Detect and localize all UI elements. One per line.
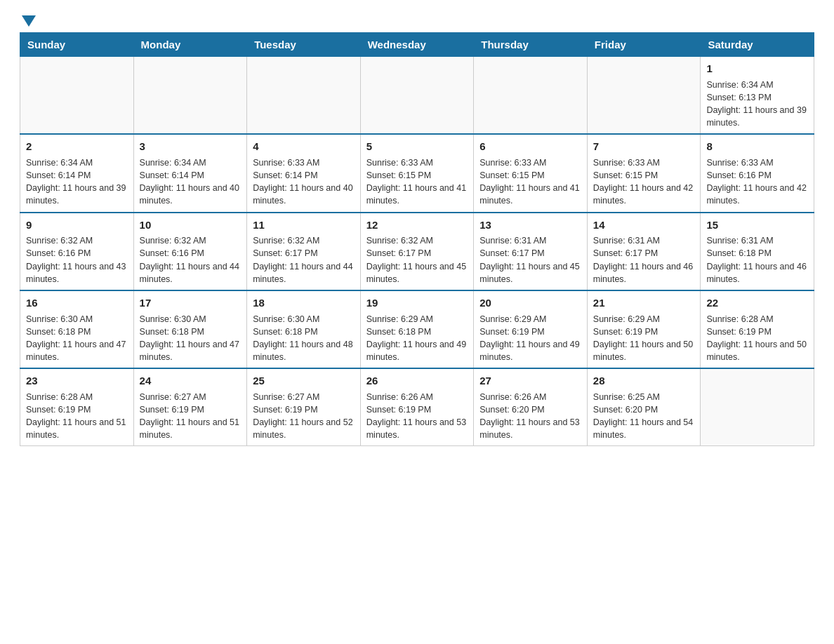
day-number: 28 [593,373,695,389]
calendar-cell: 18Sunrise: 6:30 AM Sunset: 6:18 PM Dayli… [247,290,361,368]
calendar-cell: 12Sunrise: 6:32 AM Sunset: 6:17 PM Dayli… [360,213,474,290]
day-number: 23 [26,373,128,389]
calendar-table: SundayMondayTuesdayWednesdayThursdayFrid… [20,32,814,446]
day-number: 12 [366,217,468,233]
day-number: 15 [706,217,808,233]
calendar-cell: 19Sunrise: 6:29 AM Sunset: 6:18 PM Dayli… [360,290,474,368]
day-info: Sunrise: 6:32 AM Sunset: 6:17 PM Dayligh… [366,234,468,286]
calendar-cell: 4Sunrise: 6:33 AM Sunset: 6:14 PM Daylig… [247,134,361,212]
day-info: Sunrise: 6:28 AM Sunset: 6:19 PM Dayligh… [706,313,808,364]
day-info: Sunrise: 6:29 AM Sunset: 6:18 PM Dayligh… [366,313,468,364]
day-header-friday: Friday [587,33,701,57]
day-info: Sunrise: 6:25 AM Sunset: 6:20 PM Dayligh… [593,391,695,442]
days-of-week-row: SundayMondayTuesdayWednesdayThursdayFrid… [20,33,814,57]
day-header-saturday: Saturday [701,33,814,57]
calendar-cell: 6Sunrise: 6:33 AM Sunset: 6:15 PM Daylig… [474,134,588,212]
day-number: 19 [366,295,468,311]
day-info: Sunrise: 6:33 AM Sunset: 6:15 PM Dayligh… [479,156,581,208]
calendar-cell: 23Sunrise: 6:28 AM Sunset: 6:19 PM Dayli… [20,368,134,446]
day-header-monday: Monday [133,33,247,57]
day-number: 25 [253,373,355,389]
calendar-cell: 14Sunrise: 6:31 AM Sunset: 6:17 PM Dayli… [587,213,701,290]
calendar-week-row: 23Sunrise: 6:28 AM Sunset: 6:19 PM Dayli… [20,368,814,446]
day-info: Sunrise: 6:27 AM Sunset: 6:19 PM Dayligh… [140,391,241,442]
calendar-cell [701,368,814,446]
calendar-cell: 25Sunrise: 6:27 AM Sunset: 6:19 PM Dayli… [247,368,361,446]
page-header [0,0,834,32]
calendar-cell: 1Sunrise: 6:34 AM Sunset: 6:13 PM Daylig… [701,57,814,135]
day-number: 22 [706,295,808,311]
calendar-cell: 16Sunrise: 6:30 AM Sunset: 6:18 PM Dayli… [20,290,134,368]
day-info: Sunrise: 6:31 AM Sunset: 6:17 PM Dayligh… [593,234,695,286]
day-number: 16 [26,295,128,311]
calendar-cell: 9Sunrise: 6:32 AM Sunset: 6:16 PM Daylig… [20,213,134,290]
calendar-cell: 27Sunrise: 6:26 AM Sunset: 6:20 PM Dayli… [474,368,588,446]
day-number: 2 [26,139,128,154]
calendar-cell [360,57,474,135]
day-info: Sunrise: 6:33 AM Sunset: 6:15 PM Dayligh… [366,156,468,208]
day-info: Sunrise: 6:34 AM Sunset: 6:13 PM Dayligh… [706,79,808,130]
calendar-body: 1Sunrise: 6:34 AM Sunset: 6:13 PM Daylig… [20,57,814,446]
calendar-cell: 15Sunrise: 6:31 AM Sunset: 6:18 PM Dayli… [701,213,814,290]
calendar-cell: 22Sunrise: 6:28 AM Sunset: 6:19 PM Dayli… [701,290,814,368]
day-info: Sunrise: 6:32 AM Sunset: 6:16 PM Dayligh… [26,234,128,286]
calendar-cell: 20Sunrise: 6:29 AM Sunset: 6:19 PM Dayli… [474,290,588,368]
day-info: Sunrise: 6:32 AM Sunset: 6:16 PM Dayligh… [140,234,241,286]
calendar-cell: 5Sunrise: 6:33 AM Sunset: 6:15 PM Daylig… [360,134,474,212]
day-number: 11 [253,217,355,233]
calendar-week-row: 2Sunrise: 6:34 AM Sunset: 6:14 PM Daylig… [20,134,814,212]
day-header-sunday: Sunday [20,33,134,57]
day-number: 8 [706,139,808,154]
day-number: 9 [26,217,128,233]
calendar-week-row: 1Sunrise: 6:34 AM Sunset: 6:13 PM Daylig… [20,57,814,135]
day-number: 5 [366,139,468,154]
day-number: 3 [140,139,241,154]
calendar-cell: 8Sunrise: 6:33 AM Sunset: 6:16 PM Daylig… [701,134,814,212]
day-number: 21 [593,295,695,311]
day-info: Sunrise: 6:30 AM Sunset: 6:18 PM Dayligh… [140,313,241,364]
day-number: 6 [479,139,581,154]
calendar-cell [20,57,134,135]
day-info: Sunrise: 6:29 AM Sunset: 6:19 PM Dayligh… [479,313,581,364]
day-number: 27 [479,373,581,389]
day-number: 1 [706,61,808,76]
calendar-cell: 7Sunrise: 6:33 AM Sunset: 6:15 PM Daylig… [587,134,701,212]
day-number: 20 [479,295,581,311]
calendar-cell: 17Sunrise: 6:30 AM Sunset: 6:18 PM Dayli… [133,290,247,368]
day-info: Sunrise: 6:28 AM Sunset: 6:19 PM Dayligh… [26,391,128,442]
day-info: Sunrise: 6:30 AM Sunset: 6:18 PM Dayligh… [253,313,355,364]
calendar-cell [133,57,247,135]
logo [20,13,36,25]
calendar-cell: 28Sunrise: 6:25 AM Sunset: 6:20 PM Dayli… [587,368,701,446]
calendar-cell: 21Sunrise: 6:29 AM Sunset: 6:19 PM Dayli… [587,290,701,368]
day-info: Sunrise: 6:27 AM Sunset: 6:19 PM Dayligh… [253,391,355,442]
day-header-thursday: Thursday [474,33,588,57]
calendar-cell [247,57,361,135]
day-header-wednesday: Wednesday [360,33,474,57]
day-header-tuesday: Tuesday [247,33,361,57]
calendar-header: SundayMondayTuesdayWednesdayThursdayFrid… [20,33,814,57]
calendar-cell: 2Sunrise: 6:34 AM Sunset: 6:14 PM Daylig… [20,134,134,212]
day-info: Sunrise: 6:31 AM Sunset: 6:17 PM Dayligh… [479,234,581,286]
day-number: 13 [479,217,581,233]
day-number: 24 [140,373,241,389]
day-number: 10 [140,217,241,233]
day-number: 18 [253,295,355,311]
day-number: 4 [253,139,355,154]
day-info: Sunrise: 6:31 AM Sunset: 6:18 PM Dayligh… [706,234,808,286]
calendar-cell [587,57,701,135]
calendar-cell: 10Sunrise: 6:32 AM Sunset: 6:16 PM Dayli… [133,213,247,290]
calendar-cell: 3Sunrise: 6:34 AM Sunset: 6:14 PM Daylig… [133,134,247,212]
calendar-week-row: 9Sunrise: 6:32 AM Sunset: 6:16 PM Daylig… [20,213,814,290]
day-info: Sunrise: 6:30 AM Sunset: 6:18 PM Dayligh… [26,313,128,364]
day-info: Sunrise: 6:33 AM Sunset: 6:16 PM Dayligh… [706,156,808,208]
day-info: Sunrise: 6:29 AM Sunset: 6:19 PM Dayligh… [593,313,695,364]
day-info: Sunrise: 6:32 AM Sunset: 6:17 PM Dayligh… [253,234,355,286]
day-info: Sunrise: 6:34 AM Sunset: 6:14 PM Dayligh… [26,156,128,208]
calendar-week-row: 16Sunrise: 6:30 AM Sunset: 6:18 PM Dayli… [20,290,814,368]
calendar-cell: 13Sunrise: 6:31 AM Sunset: 6:17 PM Dayli… [474,213,588,290]
day-info: Sunrise: 6:26 AM Sunset: 6:20 PM Dayligh… [479,391,581,442]
calendar-cell [474,57,588,135]
logo-arrow-icon [22,15,36,27]
day-number: 26 [366,373,468,389]
